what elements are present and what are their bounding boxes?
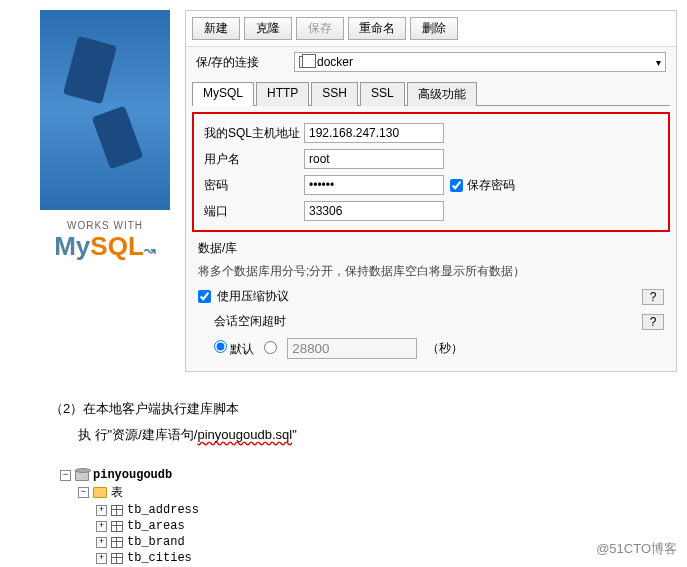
- tab-ssh[interactable]: SSH: [311, 82, 358, 106]
- table-icon: [111, 521, 123, 532]
- password-input[interactable]: [304, 175, 444, 195]
- host-input[interactable]: [304, 123, 444, 143]
- expand-toggle[interactable]: +: [96, 505, 107, 516]
- password-label: 密码: [204, 177, 304, 194]
- port-input[interactable]: [304, 201, 444, 221]
- tab-advanced[interactable]: 高级功能: [407, 82, 477, 106]
- timeout-default-label: 默认: [230, 342, 254, 356]
- table-name[interactable]: tb_address: [127, 503, 199, 517]
- puzzle-image: [40, 10, 170, 210]
- tab-http[interactable]: HTTP: [256, 82, 309, 106]
- doc-step: （2）在本地客户端执行建库脚本: [50, 400, 637, 418]
- expand-toggle[interactable]: −: [78, 487, 89, 498]
- rename-button[interactable]: 重命名: [348, 17, 406, 40]
- mysql-wordmark: MySQL↝: [40, 231, 170, 262]
- clone-button[interactable]: 克隆: [244, 17, 292, 40]
- works-with-label: WORKS WITH: [40, 220, 170, 231]
- connection-dropdown[interactable]: docker ▾: [294, 52, 666, 72]
- tab-ssl[interactable]: SSL: [360, 82, 405, 106]
- compress-checkbox[interactable]: [198, 290, 211, 303]
- save-password-checkbox[interactable]: [450, 179, 463, 192]
- table-name[interactable]: tb_brand: [127, 535, 185, 549]
- table-name[interactable]: tb_areas: [127, 519, 185, 533]
- doc-filename: pinyougoudb.sql: [197, 427, 292, 442]
- user-label: 用户名: [204, 151, 304, 168]
- database-label: 数据/库: [198, 240, 298, 257]
- connection-value: docker: [317, 55, 353, 69]
- expand-toggle[interactable]: +: [96, 537, 107, 548]
- new-button[interactable]: 新建: [192, 17, 240, 40]
- expand-toggle[interactable]: −: [60, 470, 71, 481]
- help-button-timeout[interactable]: ?: [642, 314, 664, 330]
- help-button-compress[interactable]: ?: [642, 289, 664, 305]
- host-label: 我的SQL主机地址: [204, 125, 304, 142]
- saved-connection-label: 保/存的连接: [196, 54, 286, 71]
- watermark: @51CTO博客: [596, 540, 677, 558]
- tables-folder-label[interactable]: 表: [111, 484, 123, 501]
- port-label: 端口: [204, 203, 304, 220]
- table-icon: [111, 537, 123, 548]
- table-name[interactable]: tb_cities: [127, 551, 192, 565]
- connection-config-panel: 新建 克隆 保存 重命名 删除 保/存的连接 docker ▾ MySQL HT…: [185, 10, 677, 372]
- save-button[interactable]: 保存: [296, 17, 344, 40]
- database-tree: − pinyougoudb − 表 +tb_address+tb_areas+t…: [0, 462, 687, 567]
- folder-icon: [93, 487, 107, 498]
- toolbar: 新建 克隆 保存 重命名 删除: [186, 11, 676, 47]
- tab-bar: MySQL HTTP SSH SSL 高级功能: [192, 81, 670, 106]
- chevron-down-icon: ▾: [656, 57, 661, 68]
- seconds-label: （秒）: [427, 340, 463, 357]
- user-input[interactable]: [304, 149, 444, 169]
- timeout-label: 会话空闲超时: [214, 313, 286, 330]
- tab-mysql[interactable]: MySQL: [192, 82, 254, 106]
- database-icon: [75, 469, 89, 481]
- connection-icon: [299, 56, 311, 68]
- database-note: 将多个数据库用分号;分开，保持数据库空白将显示所有数据）: [186, 259, 676, 284]
- doc-exec-line: 执 行"资源/建库语句/pinyougoudb.sql": [78, 426, 637, 444]
- save-password-label: 保存密码: [467, 177, 515, 194]
- expand-toggle[interactable]: +: [96, 521, 107, 532]
- mysql-logo-sidebar: WORKS WITH MySQL↝: [40, 10, 170, 372]
- highlighted-settings: 我的SQL主机地址 用户名 密码 保存密码 端口: [192, 112, 670, 232]
- table-icon: [111, 505, 123, 516]
- db-name[interactable]: pinyougoudb: [93, 468, 172, 482]
- timeout-custom-radio[interactable]: [264, 341, 277, 354]
- timeout-input[interactable]: [287, 338, 417, 359]
- compress-label: 使用压缩协议: [217, 288, 289, 305]
- expand-toggle[interactable]: +: [96, 553, 107, 564]
- timeout-default-radio[interactable]: [214, 340, 227, 353]
- table-icon: [111, 553, 123, 564]
- delete-button[interactable]: 删除: [410, 17, 458, 40]
